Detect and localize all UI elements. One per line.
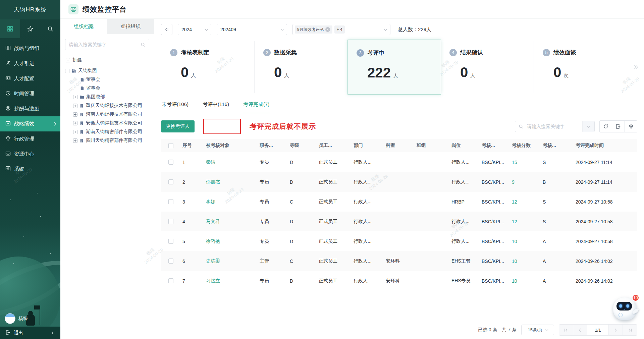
plus-square-icon[interactable] (73, 112, 77, 117)
result-tabs: 未考评(106) 考评中(116) 考评完成(7) (161, 101, 637, 113)
tree-node-company-ah[interactable]: 安徽大钧焊接技术有限公司 (60, 119, 151, 127)
sidebar-item-compensation[interactable]: 薪酬与激励 (0, 101, 60, 116)
tree-node-company-hn1[interactable]: 河南大钧焊接技术有限公司 (60, 110, 151, 119)
plan-multiselect[interactable]: 9月绩效考评-A + 4 (292, 24, 390, 35)
logout-icon (5, 330, 10, 336)
plus-square-icon[interactable] (73, 104, 77, 108)
search-type-dropdown[interactable] (582, 121, 594, 132)
prev-page-button[interactable] (573, 325, 587, 335)
stage-card-2[interactable]: 2数据采集 0人 (255, 41, 348, 93)
stage-card-5[interactable]: 5绩效面谈 0次 (534, 41, 627, 93)
sidebar-item-time-mgmt[interactable]: 时间管理 (0, 86, 60, 101)
tab-reviewing[interactable]: 考评中(116) (202, 101, 230, 113)
apps-grid-icon[interactable] (0, 19, 20, 38)
tree-node-company-cq[interactable]: 重庆天钧焊接技术有限公司 (60, 101, 151, 110)
last-page-button[interactable] (623, 325, 637, 335)
row-checkbox[interactable] (168, 179, 173, 184)
score-link[interactable]: 15 (512, 160, 543, 165)
table-row: 4 马文君 专员 D 正式员工 行政人... 行政人... BSC/KPI...… (161, 212, 637, 231)
score-link[interactable]: 10 (512, 239, 543, 244)
cell-dept: 行政人... (354, 238, 386, 244)
sidebar-item-admin[interactable]: 行政管理 (0, 131, 60, 147)
collapse-sidebar-icon[interactable] (50, 331, 55, 335)
tab-not-reviewed[interactable]: 未考评(106) (161, 101, 189, 113)
logout-label[interactable]: 退出 (14, 330, 23, 336)
row-checkbox[interactable] (168, 259, 173, 264)
row-checkbox[interactable] (168, 199, 173, 204)
page-size-select[interactable]: 15条/页 (521, 325, 554, 335)
favorites-star-icon[interactable] (20, 19, 40, 38)
employee-name-link[interactable]: 李娜 (206, 199, 260, 205)
stages-scroll-right-icon[interactable] (627, 66, 637, 68)
employee-name-link[interactable]: 邵鑫杰 (206, 179, 260, 185)
score-link[interactable]: 12 (512, 199, 543, 205)
stage-card-1[interactable]: 1考核表制定 0人 (161, 41, 255, 93)
first-page-button[interactable] (559, 325, 573, 335)
sidebar-item-talent-intro[interactable]: 人才引进 (0, 56, 60, 71)
results-table: 序号 被考核对象 职务... 等级 员工... 部门 科室 班组 岗位 考核..… (161, 139, 637, 291)
talent-intro-icon (5, 60, 11, 67)
assistant-robot[interactable]: 10 (612, 294, 640, 322)
total-rows: 共 7 条 (502, 327, 517, 333)
page-indicator: 1/1 (587, 325, 609, 335)
plus-square-icon[interactable] (73, 138, 77, 143)
year-select[interactable]: 2024 (178, 24, 211, 35)
row-checkbox[interactable] (168, 219, 173, 224)
tag-close-icon[interactable] (325, 27, 330, 32)
tab-virtual-org[interactable]: 虚拟组织 (107, 19, 154, 34)
settings-button[interactable] (625, 121, 637, 132)
cell-duty: 专员 (260, 199, 290, 205)
next-page-button[interactable] (609, 325, 623, 335)
sidebar-item-talent-config[interactable]: 人才配置 (0, 71, 60, 86)
sidebar-item-resource-center[interactable]: 资源中心 (0, 147, 60, 162)
row-checkbox[interactable] (168, 278, 173, 283)
sidebar-item-system[interactable]: 系统 (0, 162, 60, 177)
plus-square-icon[interactable] (73, 121, 77, 125)
tab-review-done[interactable]: 考评完成(7) (243, 101, 270, 113)
tree-node-company-hn2[interactable]: 湖南天钧精密部件有限公司 (60, 127, 151, 136)
tree-node-hq[interactable]: 集团总部 (60, 93, 151, 101)
content-row: 组织档案 虚拟组织 折叠 天钧集团 (60, 19, 644, 339)
sidebar-item-strategy-org[interactable]: 战略与组织 (0, 41, 60, 56)
cell-emp-type: 正式员工 (319, 238, 354, 244)
org-search-input[interactable] (69, 42, 141, 47)
plus-square-icon[interactable] (73, 95, 77, 99)
employee-name-link[interactable]: 史栋梁 (206, 258, 260, 264)
employee-name-link[interactable]: 秦洁 (206, 159, 260, 165)
chevron-down-icon (281, 27, 284, 31)
plus-square-icon[interactable] (73, 130, 77, 134)
change-reviewer-button[interactable]: 更换考评人 (161, 120, 195, 132)
table-search-box (515, 121, 595, 132)
employee-name-link[interactable]: 马文君 (206, 219, 260, 225)
tree-node-board[interactable]: 董事会 (60, 75, 151, 84)
score-link[interactable]: 10 (512, 278, 543, 284)
collapse-panel-button[interactable] (161, 24, 172, 35)
minus-square-icon[interactable] (65, 69, 69, 73)
export-button[interactable] (612, 121, 625, 132)
score-link[interactable]: 10 (512, 259, 543, 264)
row-checkbox[interactable] (168, 160, 173, 165)
stage-card-3-active[interactable]: 3考评中 222人 (347, 40, 441, 95)
org-search-box (65, 39, 149, 50)
tree-collapse-all[interactable]: 折叠 (60, 54, 154, 65)
score-link[interactable]: 12 (512, 219, 543, 224)
tab-org-archive[interactable]: 组织档案 (60, 19, 107, 34)
employee-name-link[interactable]: 徐巧艳 (206, 238, 260, 244)
tree-node-root[interactable]: 天钧集团 (60, 66, 151, 75)
sidebar-item-performance[interactable]: 战略绩效 (0, 116, 60, 131)
tree-node-company-sc[interactable]: 四川天钧精密部件有限公司 (60, 136, 151, 145)
stage-card-4[interactable]: 4结果确认 0人 (441, 41, 534, 93)
refresh-button[interactable] (600, 121, 612, 132)
total-count: 总人数：229人 (398, 26, 431, 33)
performance-icon (5, 121, 11, 127)
col-header: 考评完成时间 (576, 143, 637, 149)
row-checkbox[interactable] (168, 239, 173, 244)
select-all-checkbox[interactable] (168, 143, 173, 148)
employee-name-link[interactable]: 习煜立 (206, 278, 260, 284)
table-search-input[interactable] (524, 124, 582, 129)
period-select[interactable]: 202409 (217, 24, 287, 35)
tree-node-supervisors[interactable]: 监事会 (60, 84, 151, 93)
user-profile[interactable]: 杨臻 (0, 310, 60, 327)
score-link[interactable]: 9 (512, 179, 543, 185)
search-icon[interactable] (40, 19, 60, 38)
